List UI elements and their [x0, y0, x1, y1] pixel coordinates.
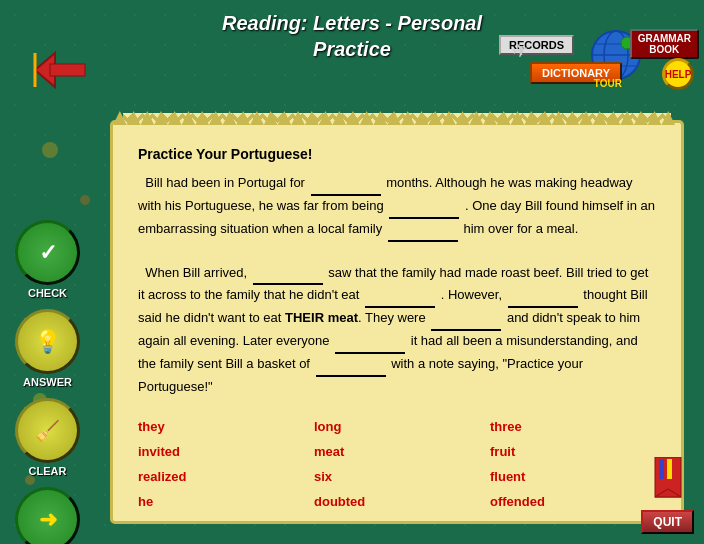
- emphasis-their-meat: THEIR meat: [285, 310, 358, 325]
- check-label: CHECK: [28, 287, 67, 299]
- quit-area: QUIT: [641, 457, 694, 534]
- word-doubted[interactable]: doubted: [314, 492, 480, 513]
- svg-rect-9: [50, 64, 85, 76]
- word-three[interactable]: three: [490, 417, 656, 438]
- clear-label: CLEAR: [29, 465, 67, 477]
- grammar-book-area: GRAMMARBOOK: [630, 28, 699, 59]
- main-content-area: Practice Your Portuguese! Bill had been …: [110, 120, 684, 524]
- word-long[interactable]: long: [314, 417, 480, 438]
- svg-rect-19: [667, 459, 672, 479]
- bookmark-decoration: [653, 457, 683, 507]
- blank-7: [431, 308, 501, 331]
- next-section: ➜ NEXT: [15, 487, 80, 544]
- back-arrow-button[interactable]: [30, 45, 90, 95]
- content-text: Practice Your Portuguese! Bill had been …: [138, 143, 656, 513]
- word-fluent[interactable]: fluent: [490, 467, 656, 488]
- clear-button[interactable]: 🧹: [15, 398, 80, 463]
- svg-point-1: [80, 195, 90, 205]
- answer-label: ANSWER: [23, 376, 72, 388]
- word-meat[interactable]: meat: [314, 442, 480, 463]
- lightbulb-icon: 💡: [34, 329, 61, 355]
- broom-icon: 🧹: [35, 419, 60, 443]
- blank-6: [508, 285, 578, 308]
- word-six[interactable]: six: [314, 467, 480, 488]
- svg-point-0: [42, 142, 58, 158]
- blank-3: [388, 219, 458, 242]
- paragraph-1: Bill had been in Portugal for months. Al…: [138, 173, 656, 241]
- word-fruit[interactable]: fruit: [490, 442, 656, 463]
- word-offended[interactable]: offended: [490, 492, 656, 513]
- tour-label: TOUR: [594, 78, 622, 89]
- blank-2: [389, 196, 459, 219]
- blank-9: [316, 354, 386, 377]
- arrow-right-icon: ➜: [39, 507, 57, 533]
- blank-1: [311, 173, 381, 196]
- paragraph-2: When Bill arrived, saw that the family h…: [138, 263, 656, 398]
- word-choices-grid: they long three invited meat fruit reali…: [138, 417, 656, 512]
- word-realized[interactable]: realized: [138, 467, 304, 488]
- word-invited[interactable]: invited: [138, 442, 304, 463]
- content-title: Practice Your Portuguese!: [138, 143, 656, 165]
- next-button[interactable]: ➜: [15, 487, 80, 544]
- grammar-book-button[interactable]: GRAMMARBOOK: [630, 29, 699, 59]
- clear-section: 🧹 CLEAR: [15, 398, 80, 477]
- word-he[interactable]: he: [138, 492, 304, 513]
- blank-4: [253, 263, 323, 286]
- check-button[interactable]: ✓: [15, 220, 80, 285]
- checkmark-icon: ✓: [39, 240, 57, 266]
- sidebar-buttons: ✓ CHECK 💡 ANSWER 🧹 CLEAR ➜ NEXT: [15, 220, 80, 544]
- help-button[interactable]: HELP: [662, 58, 694, 90]
- check-section: ✓ CHECK: [15, 220, 80, 299]
- zigzag-border: [113, 111, 681, 125]
- answer-section: 💡 ANSWER: [15, 309, 80, 388]
- quit-button[interactable]: QUIT: [641, 510, 694, 534]
- answer-button[interactable]: 💡: [15, 309, 80, 374]
- blank-8: [335, 331, 405, 354]
- word-they[interactable]: they: [138, 417, 304, 438]
- svg-rect-18: [659, 459, 664, 479]
- blank-5: [365, 285, 435, 308]
